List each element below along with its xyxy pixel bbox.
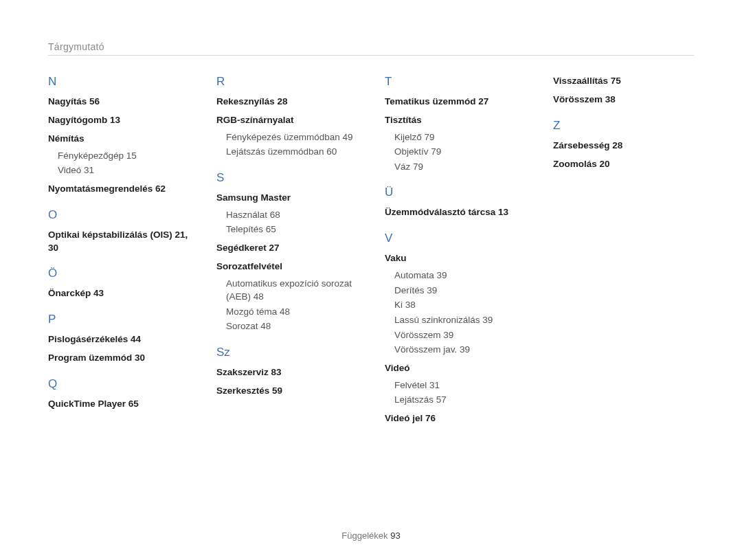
- index-subentry[interactable]: Videó 31: [58, 164, 189, 177]
- section-letter: N: [48, 75, 189, 89]
- index-subentry[interactable]: Automatikus expozíció sorozat (AEB) 48: [226, 277, 357, 304]
- index-entry-title[interactable]: Segédkeret 27: [216, 242, 357, 255]
- index-subentry[interactable]: Fényképezés üzemmódban 49: [226, 131, 357, 144]
- index-entry-title[interactable]: Szakszerviz 83: [216, 366, 357, 379]
- index-entry-title[interactable]: Önarckép 43: [48, 287, 189, 300]
- index-entry-title[interactable]: Videó: [385, 362, 526, 375]
- index-entry-title[interactable]: Némítás: [48, 133, 189, 146]
- index-entry-title[interactable]: Vaku: [385, 252, 526, 265]
- index-subentry[interactable]: Sorozat 48: [226, 320, 357, 333]
- index-entry: TisztításKijelző 79Objektív 79Váz 79: [385, 114, 526, 174]
- index-entry: Samsung MasterHasználat 68Telepítés 65: [216, 192, 357, 236]
- index-entry: Nyomtatásmegrendelés 62: [48, 183, 189, 196]
- index-entry-title[interactable]: Zársebesség 28: [553, 139, 694, 153]
- index-entry: Videó jel 76: [385, 412, 526, 425]
- index-entry-title[interactable]: Tisztítás: [385, 114, 526, 127]
- index-entry-title[interactable]: Tematikus üzemmód 27: [385, 96, 526, 109]
- index-entry-title[interactable]: Pislogásérzékelés 44: [48, 333, 189, 346]
- index-entry-title[interactable]: Visszaállítás 75: [553, 75, 694, 88]
- index-column: NNagyítás 56Nagyítógomb 13NémításFénykép…: [48, 75, 189, 431]
- index-subentry[interactable]: Kijelző 79: [394, 131, 526, 144]
- index-entry: Program üzemmód 30: [48, 352, 189, 365]
- index-entry-title[interactable]: Rekesznyílás 28: [216, 96, 357, 109]
- section-letter: S: [216, 171, 357, 185]
- index-entry-title[interactable]: Videó jel 76: [385, 412, 526, 425]
- index-entry: Üzemmódválasztó tárcsa 13: [385, 206, 526, 219]
- index-entry: Szakszerviz 83: [216, 366, 357, 379]
- page-footer: Függelékek 93: [0, 530, 742, 541]
- section-letter: R: [216, 75, 357, 89]
- index-subentry[interactable]: Vörösszem 39: [394, 328, 526, 342]
- breadcrumb: Tárgymutató: [48, 41, 694, 56]
- section-letter: V: [385, 232, 526, 245]
- index-subentry[interactable]: Objektív 79: [394, 145, 526, 159]
- index-entry: Zoomolás 20: [553, 158, 694, 171]
- index-subentry[interactable]: Vörösszem jav. 39: [394, 343, 526, 357]
- index-subentry[interactable]: Ki 38: [394, 298, 526, 312]
- index-entry: Vörösszem 38: [553, 93, 694, 107]
- index-subentry[interactable]: Telepítés 65: [226, 223, 357, 236]
- index-entry: Pislogásérzékelés 44: [48, 333, 189, 346]
- index-entry-title[interactable]: RGB-színárnyalat: [216, 114, 357, 127]
- index-entry: QuickTime Player 65: [48, 398, 189, 411]
- index-subentry[interactable]: Felvétel 31: [394, 379, 526, 392]
- index-entry: Nagyítógomb 13: [48, 114, 189, 127]
- index-entry-title[interactable]: Vörösszem 38: [553, 93, 694, 107]
- index-subentry[interactable]: Használat 68: [226, 208, 357, 222]
- index-subentry[interactable]: Lassú szinkronizálás 39: [394, 313, 526, 327]
- index-column: RRekesznyílás 28RGB-színárnyalatFényképe…: [216, 75, 357, 431]
- section-letter: Q: [48, 377, 189, 391]
- index-column: TTematikus üzemmód 27TisztításKijelző 79…: [385, 75, 526, 431]
- section-letter: Z: [553, 119, 694, 133]
- index-entry-title[interactable]: Program üzemmód 30: [48, 352, 189, 365]
- index-subentry[interactable]: Lejátszás üzemmódban 60: [226, 145, 357, 159]
- index-subentry[interactable]: Lejátszás 57: [394, 393, 526, 407]
- footer-label: Függelékek: [341, 530, 387, 541]
- index-entry-title[interactable]: Nagyítás 56: [48, 96, 189, 109]
- index-entry: VideóFelvétel 31Lejátszás 57: [385, 362, 526, 407]
- index-entry: Tematikus üzemmód 27: [385, 96, 526, 109]
- index-entry-title[interactable]: QuickTime Player 65: [48, 398, 189, 411]
- index-entry-title[interactable]: Samsung Master: [216, 192, 357, 205]
- index-entry: RGB-színárnyalatFényképezés üzemmódban 4…: [216, 114, 357, 159]
- index-entry-title[interactable]: Sorozatfelvétel: [216, 260, 357, 273]
- index-entry: SorozatfelvételAutomatikus expozíció sor…: [216, 260, 357, 333]
- index-entry-title[interactable]: Nyomtatásmegrendelés 62: [48, 183, 189, 196]
- index-entry: Segédkeret 27: [216, 242, 357, 255]
- section-letter: Sz: [216, 346, 357, 359]
- index-entry: Optikai képstabilizálás (OIS) 21, 30: [48, 229, 189, 255]
- index-entry: Rekesznyílás 28: [216, 96, 357, 109]
- section-letter: Ü: [385, 186, 526, 199]
- section-letter: T: [385, 75, 526, 89]
- index-entry: Nagyítás 56: [48, 96, 189, 109]
- index-columns: NNagyítás 56Nagyítógomb 13NémításFénykép…: [48, 75, 694, 431]
- section-letter: Ö: [48, 267, 189, 280]
- section-letter: O: [48, 208, 189, 222]
- index-entry-title[interactable]: Nagyítógomb 13: [48, 114, 189, 127]
- index-entry: VakuAutomata 39Derítés 39Ki 38Lassú szin…: [385, 252, 526, 356]
- index-entry-title[interactable]: Optikai képstabilizálás (OIS) 21, 30: [48, 229, 189, 255]
- index-subentry[interactable]: Derítés 39: [394, 284, 526, 298]
- index-subentry[interactable]: Automata 39: [394, 269, 526, 282]
- index-entry-title[interactable]: Üzemmódválasztó tárcsa 13: [385, 206, 526, 219]
- index-entry-title[interactable]: Szerkesztés 59: [216, 385, 357, 398]
- index-entry: Zársebesség 28: [553, 139, 694, 153]
- index-entry: Önarckép 43: [48, 287, 189, 300]
- index-subentry[interactable]: Mozgó téma 48: [226, 305, 357, 319]
- index-column: Visszaállítás 75Vörösszem 38ZZársebesség…: [553, 75, 694, 431]
- index-entry-title[interactable]: Zoomolás 20: [553, 158, 694, 171]
- index-entry: NémításFényképezőgép 15Videó 31: [48, 133, 189, 177]
- index-entry: Visszaállítás 75: [553, 75, 694, 88]
- index-subentry[interactable]: Váz 79: [394, 160, 526, 174]
- index-entry: Szerkesztés 59: [216, 385, 357, 398]
- footer-page-number: 93: [390, 530, 400, 541]
- section-letter: P: [48, 313, 189, 326]
- index-subentry[interactable]: Fényképezőgép 15: [58, 149, 189, 163]
